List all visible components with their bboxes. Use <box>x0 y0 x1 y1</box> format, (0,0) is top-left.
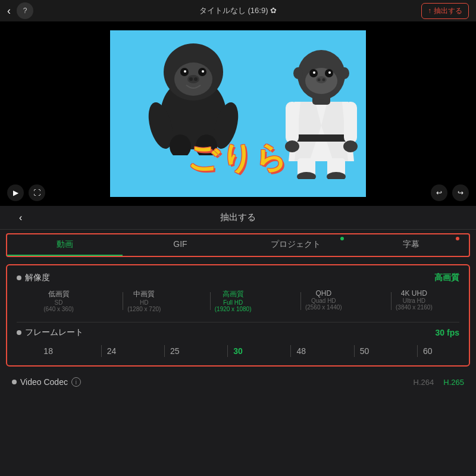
tab-subtitle[interactable]: 字幕 <box>353 234 469 256</box>
framerate-text: フレームレート <box>25 327 83 338</box>
help-button[interactable]: ? <box>17 2 33 19</box>
bottom-panel: ‹ 抽出する 動画 GIF プロジェクト 字幕 解像度 高画質 <box>0 206 476 476</box>
svg-point-30 <box>318 79 321 82</box>
svg-point-9 <box>194 77 198 81</box>
framerate-row: フレームレート 30 fps <box>17 327 459 338</box>
svg-point-8 <box>189 77 193 81</box>
quality-qhd-res: Quad HD <box>305 298 342 304</box>
panel-back-icon: ‹ <box>19 212 22 223</box>
svg-rect-18 <box>286 102 299 143</box>
gorilla-right-icon <box>283 42 360 179</box>
quality-hd[interactable]: 中画質 HD (1280 x 720) <box>123 289 165 312</box>
fps-18[interactable]: 18 <box>37 344 59 358</box>
settings-section: 解像度 高画質 低画質 SD (640 x 360) 中画質 HD (1280 … <box>6 264 470 367</box>
export-button[interactable]: ↑ 抽出する <box>421 3 469 19</box>
tab-video-label: 動画 <box>57 239 73 249</box>
settings-divider <box>17 322 459 322</box>
quality-qhd-name: QHD <box>305 289 342 298</box>
tab-video[interactable]: 動画 <box>7 234 123 256</box>
codec-text: Video Codec <box>20 377 68 387</box>
fullscreen-button[interactable]: ⛶ <box>29 184 45 201</box>
svg-point-31 <box>322 79 325 82</box>
fps-25-label: 25 <box>170 346 180 356</box>
quality-qhd[interactable]: QHD Quad HD (2560 x 1440) <box>300 289 347 312</box>
export-label: 抽出する <box>434 6 462 16</box>
codec-h265[interactable]: H.265 <box>443 378 464 387</box>
svg-rect-19 <box>344 102 357 143</box>
quality-qhd-detail: (2560 x 1440) <box>305 304 342 311</box>
undo-button[interactable]: ↩ <box>431 184 447 201</box>
project-badge <box>340 237 344 240</box>
quality-sd-res: SD <box>43 299 74 306</box>
gorilla-title-text: ごりら <box>187 137 289 179</box>
undo-icon: ↩ <box>436 189 442 197</box>
video-preview: ごりら <box>110 30 366 197</box>
codec-label: Video Codec i <box>12 377 81 387</box>
svg-point-5 <box>184 70 186 73</box>
fps-48[interactable]: 48 <box>290 344 312 358</box>
svg-point-6 <box>202 70 204 73</box>
quality-sd[interactable]: 低画質 SD (640 x 360) <box>39 289 79 312</box>
expand-icon: ⛶ <box>33 189 40 197</box>
fps-30[interactable]: 30 <box>227 344 249 358</box>
play-icon: ▶ <box>13 189 18 197</box>
quality-sd-detail: (640 x 360) <box>43 306 74 312</box>
video-controls-left: ▶ ⛶ <box>7 184 45 201</box>
quality-hd-res: HD <box>127 299 161 306</box>
quality-4k-name: 4K UHD <box>396 289 433 298</box>
panel-title: 抽出する <box>10 212 466 223</box>
framerate-dot <box>17 330 21 335</box>
codec-h264[interactable]: H.264 <box>414 378 434 387</box>
fps-24[interactable]: 24 <box>101 344 123 358</box>
fps-options: 18 24 25 30 48 50 60 <box>17 344 459 358</box>
svg-point-20 <box>285 140 299 152</box>
framerate-value: 30 fps <box>436 328 459 337</box>
quality-fullhd-detail: (1920 x 1080) <box>215 306 252 312</box>
panel-header: ‹ 抽出する <box>0 206 476 230</box>
quality-fullhd-res: Full HD <box>215 299 252 306</box>
framerate-label: フレームレート <box>17 327 83 338</box>
top-bar: ‹ ? タイトルなし (16:9) ✿ ↑ 抽出する <box>0 0 476 21</box>
subtitle-badge <box>456 237 459 240</box>
quality-4k-res: Ultra HD <box>396 298 433 304</box>
tab-subtitle-label: 字幕 <box>403 239 419 249</box>
export-icon: ↑ <box>428 7 431 15</box>
top-nav-left: ‹ ? <box>7 2 33 19</box>
svg-point-21 <box>343 140 358 152</box>
video-controls-right: ↩ ↪ <box>431 184 469 201</box>
tab-gif[interactable]: GIF <box>123 234 238 256</box>
fps-50[interactable]: 50 <box>354 344 375 358</box>
codec-row: Video Codec i H.264 H.265 <box>0 370 476 394</box>
fps-18-label: 18 <box>43 346 53 356</box>
tab-project-label: プロジェクト <box>271 239 321 249</box>
quality-fullhd[interactable]: 高画質 Full HD (1920 x 1080) <box>210 289 256 312</box>
fps-25[interactable]: 25 <box>164 344 186 358</box>
video-container: ごりら <box>0 21 476 206</box>
panel-back-button[interactable]: ‹ <box>10 206 32 230</box>
redo-button[interactable]: ↪ <box>452 184 469 201</box>
quality-4k-detail: (3840 x 2160) <box>396 304 433 311</box>
quality-fullhd-name: 高画質 <box>215 289 252 299</box>
quality-hd-name: 中画質 <box>127 289 161 299</box>
play-button[interactable]: ▶ <box>7 184 24 201</box>
quality-hd-detail: (1280 x 720) <box>127 306 161 312</box>
fps-60[interactable]: 60 <box>417 344 439 358</box>
fps-24-label: 24 <box>107 346 117 356</box>
tabs-row: 動画 GIF プロジェクト 字幕 <box>6 233 470 257</box>
svg-point-32 <box>293 67 303 79</box>
quality-4k[interactable]: 4K UHD Ultra HD (3840 x 2160) <box>391 289 437 312</box>
document-title: タイトルなし (16:9) ✿ <box>199 5 277 16</box>
codec-options: H.264 H.265 <box>414 378 464 387</box>
codec-info-icon[interactable]: i <box>71 377 81 387</box>
fps-30-label: 30 <box>233 346 243 356</box>
codec-dot <box>12 380 17 384</box>
back-button[interactable]: ‹ <box>7 2 11 19</box>
tab-project[interactable]: プロジェクト <box>238 234 353 256</box>
gorilla-scene: ごりら <box>110 30 366 197</box>
resolution-row: 解像度 高画質 <box>17 273 459 283</box>
fps-60-label: 60 <box>423 346 433 356</box>
svg-point-27 <box>313 71 315 74</box>
svg-point-33 <box>340 67 349 79</box>
svg-point-28 <box>328 71 331 74</box>
svg-rect-17 <box>292 134 351 142</box>
